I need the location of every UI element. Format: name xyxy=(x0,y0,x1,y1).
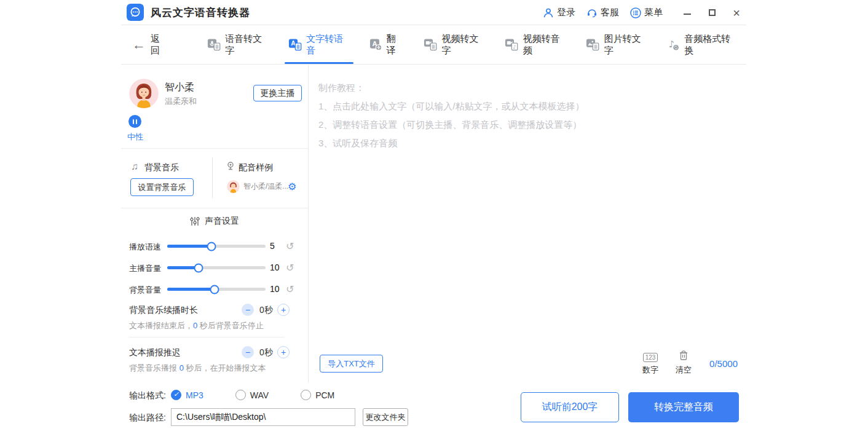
tab-audio-format-convert[interactable]: ♪ 音频格式转换 xyxy=(657,26,746,64)
tab-bar: ← 返回 语音转文字 A xyxy=(121,26,746,65)
window-controls: × xyxy=(682,8,741,18)
anchor-name: 智小柔 xyxy=(165,81,194,94)
minus-button[interactable]: − xyxy=(242,346,254,358)
slider-value: 10 xyxy=(270,262,282,272)
user-icon xyxy=(543,7,554,18)
gear-icon[interactable]: ⚙ xyxy=(288,182,296,192)
tab-translate[interactable]: A 翻译 xyxy=(360,26,414,64)
tab-speech-to-text[interactable]: 语音转文字 xyxy=(197,26,278,64)
translate-icon: A xyxy=(369,38,382,52)
stepper-label: 文本播报推迟 xyxy=(129,347,181,358)
tab-text-to-speech[interactable]: A 文字转语音 xyxy=(278,26,360,64)
bgm-volume-slider[interactable] xyxy=(167,288,266,291)
text-input-area[interactable]: 制作教程： 1、点击此处输入文字（可以输入/粘贴文字，或从文本模板选择） 2、调… xyxy=(309,65,746,382)
radio-wav[interactable]: WAV xyxy=(235,390,269,400)
sample-item[interactable]: 智小柔/温柔... ⚙ xyxy=(227,180,296,193)
output-path-input[interactable] xyxy=(171,408,355,426)
set-bgm-button[interactable]: 设置背景音乐 xyxy=(130,178,194,196)
radio-mp3[interactable]: MP3 xyxy=(171,390,203,400)
stepper-value: 0秒 xyxy=(256,347,276,358)
divider xyxy=(129,337,284,337)
minus-button[interactable]: − xyxy=(242,304,254,316)
app-logo-icon xyxy=(127,4,144,21)
format-label: 输出格式: xyxy=(129,390,166,401)
anchor-volume-slider[interactable] xyxy=(167,266,266,269)
reset-icon[interactable]: ↻ xyxy=(286,283,294,295)
anchor-style-tag: 中性 xyxy=(126,132,144,143)
slider-label: 主播音量 xyxy=(129,263,161,274)
reset-icon[interactable]: ↻ xyxy=(286,240,294,252)
app-window: 风云文字语音转换器 登录 客服 xyxy=(121,0,746,434)
speed-slider-row: 播放语速 5 ↻ xyxy=(121,240,308,253)
settings-sidebar: 智小柔 温柔亲和 更换主播 中性 ♫ 背景音乐 设置背景音乐 配音样例 xyxy=(121,65,309,382)
image-doc-icon xyxy=(586,38,600,52)
app-title: 风云文字语音转换器 xyxy=(151,6,250,20)
tab-label: 文字转语音 xyxy=(306,33,350,57)
clear-tool-label: 清空 xyxy=(673,365,695,376)
video-audio-icon: ♪ xyxy=(505,38,519,52)
text-doc-icon: A xyxy=(288,38,302,52)
change-anchor-button[interactable]: 更换主播 xyxy=(253,85,302,101)
login-button[interactable]: 登录 xyxy=(543,7,575,18)
tab-video-to-text[interactable]: 视频转文字 xyxy=(414,26,495,64)
radio-label: WAV xyxy=(250,390,269,400)
slider-thumb[interactable] xyxy=(194,263,203,272)
back-button[interactable]: ← 返回 xyxy=(132,33,168,57)
radio-pcm[interactable]: PCM xyxy=(301,390,334,400)
char-count: 0/5000 xyxy=(709,358,738,369)
speed-slider[interactable] xyxy=(167,245,266,248)
stepper-label: 背景音乐续播时长 xyxy=(129,305,198,316)
anchor-trait: 温柔亲和 xyxy=(165,96,197,107)
minimize-button[interactable] xyxy=(682,8,692,18)
pause-icon[interactable] xyxy=(128,115,141,128)
bgm-volume-slider-row: 背景音量 10 ↻ xyxy=(121,283,308,296)
title-bar: 风云文字语音转换器 登录 客服 xyxy=(121,0,746,25)
maximize-button[interactable] xyxy=(707,8,717,18)
slider-thumb[interactable] xyxy=(207,242,216,251)
radio-label: PCM xyxy=(315,390,334,400)
bgm-section-title: 背景音乐 xyxy=(144,162,179,173)
audio-convert-icon: ♪ xyxy=(667,38,680,52)
radio-dot-icon xyxy=(171,390,181,400)
back-label: 返回 xyxy=(151,33,168,57)
radio-dot-icon xyxy=(235,390,246,400)
sample-section-title: 配音样例 xyxy=(239,162,273,173)
service-label: 客服 xyxy=(601,7,619,18)
tab-label: 语音转文字 xyxy=(225,33,269,57)
clear-tool[interactable]: 清空 xyxy=(673,350,695,376)
number-icon: 123 xyxy=(643,353,658,362)
convert-button[interactable]: 转换完整音频 xyxy=(628,392,739,422)
customer-service-button[interactable]: 客服 xyxy=(586,7,619,18)
mic-doc-icon xyxy=(207,38,221,52)
path-label: 输出路径: xyxy=(129,412,166,424)
tab-label: 音频格式转换 xyxy=(684,33,736,57)
slider-value: 5 xyxy=(270,241,282,251)
stepper-value: 0秒 xyxy=(256,305,276,316)
close-button[interactable]: × xyxy=(732,8,741,18)
menu-icon xyxy=(630,7,641,18)
headset-icon xyxy=(586,7,598,18)
menu-button[interactable]: 菜单 xyxy=(630,7,663,18)
sound-settings-title: 声音设置 xyxy=(205,216,239,227)
reset-icon[interactable]: ↻ xyxy=(286,262,294,274)
tab-label: 视频转音频 xyxy=(523,33,567,57)
slider-label: 播放语速 xyxy=(129,242,161,253)
login-label: 登录 xyxy=(557,7,575,18)
plus-button[interactable]: + xyxy=(277,304,290,316)
trash-icon xyxy=(679,350,688,360)
tab-label: 视频转文字 xyxy=(441,33,485,57)
import-txt-button[interactable]: 导入TXT文件 xyxy=(320,355,383,373)
change-folder-button[interactable]: 更改文件夹 xyxy=(363,408,408,426)
tab-video-to-audio[interactable]: ♪ 视频转音频 xyxy=(495,26,576,64)
plus-button[interactable]: + xyxy=(277,346,290,358)
preview-button[interactable]: 试听前200字 xyxy=(521,392,619,422)
mic-icon xyxy=(226,161,235,171)
number-tool[interactable]: 123 数字 xyxy=(639,351,661,376)
anchor-avatar xyxy=(129,79,159,108)
radio-dot-icon xyxy=(301,390,311,400)
anchor-volume-slider-row: 主播音量 10 ↻ xyxy=(121,262,308,274)
slider-thumb[interactable] xyxy=(210,285,219,294)
tab-image-to-text[interactable]: 图片转文字 xyxy=(576,26,657,64)
divider xyxy=(212,157,213,198)
sample-name: 智小柔/温柔... xyxy=(243,181,284,192)
